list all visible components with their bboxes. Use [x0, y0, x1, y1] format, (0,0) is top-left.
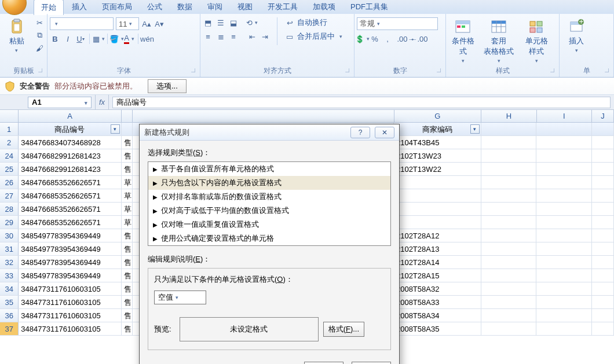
- cell[interactable]: 2102T28A12: [394, 229, 481, 242]
- bold-icon[interactable]: B: [50, 34, 60, 44]
- cell[interactable]: [592, 229, 614, 242]
- cell[interactable]: [592, 282, 614, 295]
- fill-color-icon[interactable]: 🪣: [111, 34, 122, 44]
- accounting-icon[interactable]: 💲: [357, 34, 367, 44]
- tab-view[interactable]: 视图: [231, 0, 260, 14]
- row-header[interactable]: 24: [0, 149, 19, 162]
- tab-insert[interactable]: 插入: [65, 0, 94, 14]
- cell[interactable]: 3484766829912681423: [19, 149, 121, 162]
- rule-type-item[interactable]: ▶仅对排名靠前或靠后的数值设置格式: [148, 190, 390, 204]
- cell[interactable]: [481, 189, 536, 202]
- cell[interactable]: 3484766853526626571: [19, 189, 121, 202]
- copy-icon[interactable]: ⧉: [34, 30, 45, 41]
- cell[interactable]: 2102T13W22: [394, 163, 481, 175]
- phonetic-icon[interactable]: wén: [142, 34, 152, 44]
- cell[interactable]: 3485497783954369449: [19, 242, 121, 255]
- row-header[interactable]: 28: [0, 203, 19, 215]
- cell[interactable]: 3484766853526626571: [19, 203, 121, 215]
- col-header-b[interactable]: [122, 110, 133, 122]
- cell[interactable]: 2008T58A33: [394, 296, 481, 308]
- cell[interactable]: [481, 282, 536, 295]
- filter-button[interactable]: ▾: [470, 124, 480, 134]
- cell[interactable]: [536, 229, 591, 242]
- row-header[interactable]: 27: [0, 189, 19, 202]
- tab-addin[interactable]: 加载项: [306, 0, 342, 14]
- cell[interactable]: [481, 136, 536, 149]
- decrease-decimal-icon[interactable]: ←.00: [414, 34, 424, 44]
- rule-type-item[interactable]: ▶使用公式确定要设置格式的单元格: [148, 231, 390, 245]
- cell[interactable]: [592, 296, 614, 308]
- italic-icon[interactable]: I: [63, 34, 73, 44]
- number-format-select[interactable]: 常规: [357, 17, 438, 30]
- conditional-format-button[interactable]: 条件格式▾: [448, 17, 477, 65]
- format-painter-icon[interactable]: 🖌: [34, 43, 45, 53]
- cell[interactable]: [481, 242, 536, 255]
- cell[interactable]: [481, 296, 536, 308]
- cell[interactable]: [481, 149, 536, 162]
- tab-dev[interactable]: 开发工具: [261, 0, 305, 14]
- select-all-corner[interactable]: [0, 110, 19, 122]
- cell[interactable]: [536, 163, 591, 175]
- cell[interactable]: 2102T28A13: [394, 242, 481, 255]
- col-header-j[interactable]: J: [592, 110, 614, 122]
- cell[interactable]: [536, 256, 591, 269]
- cell[interactable]: 售: [122, 149, 133, 162]
- row-header[interactable]: 32: [0, 256, 19, 269]
- row-header[interactable]: 25: [0, 163, 19, 175]
- filter-button[interactable]: ▾: [111, 124, 120, 134]
- cell[interactable]: [394, 176, 481, 189]
- paste-button[interactable]: 粘贴 ▾: [2, 17, 31, 54]
- align-bottom-icon[interactable]: ⬓: [228, 17, 239, 28]
- security-options-button[interactable]: 选项...: [148, 79, 187, 93]
- cell[interactable]: 3484773117610603105: [19, 309, 121, 322]
- cell[interactable]: 2102T28A15: [394, 269, 481, 282]
- cell[interactable]: [481, 229, 536, 242]
- cell[interactable]: [592, 203, 614, 215]
- cell[interactable]: 3484773117610603105: [19, 296, 121, 308]
- cell[interactable]: 草: [122, 203, 133, 215]
- cell[interactable]: 草: [122, 216, 133, 229]
- cell[interactable]: 2008T58A34: [394, 309, 481, 322]
- cell[interactable]: [536, 123, 591, 135]
- cell[interactable]: 售: [122, 309, 133, 322]
- increase-font-icon[interactable]: A▴: [141, 19, 152, 29]
- orientation-icon[interactable]: ⟲: [247, 17, 257, 28]
- cell[interactable]: 2102T13W23: [394, 149, 481, 162]
- cell[interactable]: 售: [122, 269, 133, 282]
- row-header[interactable]: 33: [0, 269, 19, 282]
- cell[interactable]: [481, 216, 536, 229]
- percent-icon[interactable]: %: [370, 34, 380, 44]
- cell[interactable]: [536, 203, 591, 215]
- row-header[interactable]: 1: [0, 123, 19, 135]
- cell[interactable]: 3484773117610603105: [19, 282, 121, 295]
- cell[interactable]: 3484773117610603105: [19, 322, 121, 335]
- cell[interactable]: [536, 322, 591, 335]
- underline-icon[interactable]: U▾: [75, 34, 86, 44]
- cell[interactable]: [481, 203, 536, 215]
- row-header[interactable]: 35: [0, 296, 19, 308]
- cell[interactable]: 3484766853526626571: [19, 216, 121, 229]
- cancel-button[interactable]: 取消: [352, 362, 391, 364]
- row-header[interactable]: 31: [0, 242, 19, 255]
- decrease-font-icon[interactable]: A▾: [154, 19, 165, 29]
- cell[interactable]: [481, 269, 536, 282]
- formula-input[interactable]: 商品编号: [112, 97, 611, 108]
- comma-icon[interactable]: ,: [382, 34, 393, 44]
- cell[interactable]: 2102T28A14: [394, 256, 481, 269]
- cell[interactable]: 售: [122, 136, 133, 149]
- align-center-icon[interactable]: ≣: [215, 31, 226, 42]
- cell[interactable]: [592, 176, 614, 189]
- cell[interactable]: [394, 203, 481, 215]
- cell[interactable]: 售: [122, 282, 133, 295]
- cell[interactable]: [536, 296, 591, 308]
- row-header[interactable]: 30: [0, 229, 19, 242]
- cell[interactable]: [536, 269, 591, 282]
- row-header[interactable]: 29: [0, 216, 19, 229]
- cell[interactable]: [592, 149, 614, 162]
- font-color-icon[interactable]: A: [124, 34, 134, 44]
- row-header[interactable]: 36: [0, 309, 19, 322]
- cell[interactable]: 商品编号▾: [19, 123, 121, 135]
- borders-icon[interactable]: ▦: [93, 34, 104, 44]
- cell[interactable]: [592, 123, 614, 135]
- cell[interactable]: [592, 163, 614, 175]
